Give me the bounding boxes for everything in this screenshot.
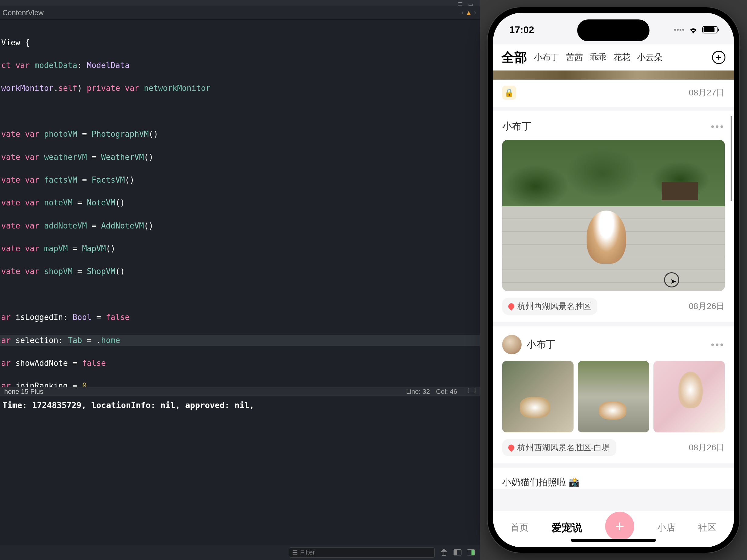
post-card-partial[interactable]: 🔒 08月27日 <box>493 71 734 107</box>
category-xiaobuding[interactable]: 小布丁 <box>534 52 559 63</box>
editor-tab-title[interactable]: ContentView <box>2 8 44 17</box>
location-text: 杭州西湖风景名胜区-白堤 <box>517 442 610 453</box>
nav-back-icon[interactable]: ‹ <box>461 9 464 17</box>
code-token: PhotographVM <box>92 129 149 138</box>
location-chip[interactable]: 杭州西湖风景名胜区-白堤 <box>502 439 616 456</box>
code-token: AddNoteVM <box>101 221 144 230</box>
code-token: ar <box>1 359 10 368</box>
add-post-button[interactable]: + <box>605 512 634 541</box>
sidebar-right-icon[interactable]: ▭ <box>468 1 475 5</box>
code-token: vate <box>1 198 20 207</box>
pet-name-text: 小布丁 <box>526 338 556 351</box>
code-token: var <box>25 175 39 184</box>
code-token: ct <box>1 61 10 70</box>
code-token: false <box>106 313 129 322</box>
code-token: joinRanking <box>16 381 68 387</box>
code-token: = <box>68 244 82 253</box>
console-filter[interactable]: ☰ <box>289 547 435 558</box>
code-token: factsVM <box>44 175 77 184</box>
code-token: = <box>73 267 87 276</box>
nav-forward-icon[interactable]: › <box>474 9 476 17</box>
console-output[interactable]: Time: 1724835729, locationInfo: nil, app… <box>0 396 480 545</box>
code-token: noteVM <box>44 198 73 207</box>
device-label: hone 15 Plus <box>4 388 43 396</box>
category-huahua[interactable]: 花花 <box>613 52 630 63</box>
code-token: isLoggedIn <box>16 313 63 322</box>
more-icon[interactable]: ••• <box>711 121 725 132</box>
right-panel-toggle-icon[interactable] <box>467 550 475 556</box>
warning-icon[interactable]: ▲ <box>465 9 472 17</box>
pin-icon <box>507 443 515 452</box>
post-card[interactable]: 小布丁 ••• 杭州西湖风景名胜区-白堤 08月2 <box>493 326 734 463</box>
scroll-indicator[interactable] <box>730 116 732 201</box>
editor-tab-bar: ContentView ‹ ▲ › <box>0 6 480 20</box>
code-token: ShopVM <box>87 267 115 276</box>
category-xiaoyunduo[interactable]: 小云朵 <box>637 52 663 63</box>
home-indicator[interactable] <box>571 539 656 542</box>
code-token: var <box>25 153 39 162</box>
category-guaiguai[interactable]: 乖乖 <box>590 52 607 63</box>
location-chip[interactable]: 杭州西湖风景名胜区 <box>502 298 597 315</box>
console-toolbar: ☰ 🗑 <box>0 545 480 560</box>
post-caption[interactable]: 小奶猫们拍照啦 📸 <box>493 468 734 489</box>
code-token: = <box>73 198 87 207</box>
code-token: = <box>77 129 92 138</box>
feed-scroll[interactable]: 🔒 08月27日 小布丁 ••• <box>493 71 734 511</box>
code-token: ar <box>1 336 10 345</box>
tab-community[interactable]: 社区 <box>698 521 716 534</box>
code-token: vate <box>1 175 20 184</box>
code-token: shopVM <box>44 267 73 276</box>
debug-console: Time: 1724835729, locationInfo: nil, app… <box>0 396 480 560</box>
category-qianqian[interactable]: 茜茜 <box>566 52 583 63</box>
post-date: 08月27日 <box>689 87 724 98</box>
code-token: networkMonitor <box>144 83 210 93</box>
phone-screen: 17:02 全部 小布丁 茜茜 乖乖 花花 小云朵 + <box>493 13 734 547</box>
code-token: showAddNote <box>16 359 68 368</box>
code-token: FactsVM <box>92 175 125 184</box>
source-editor[interactable]: View { ct var modelData: ModelData workM… <box>0 20 480 387</box>
code-token: = <box>77 175 92 184</box>
pet-name-with-avatar[interactable]: 小布丁 <box>502 335 556 354</box>
code-token: vate <box>1 221 20 230</box>
tab-pets[interactable]: 爱宠说 <box>551 521 582 535</box>
photo-thumbnail[interactable] <box>578 361 649 432</box>
post-date: 08月26日 <box>689 301 724 312</box>
code-token: MapVM <box>82 244 106 253</box>
code-token: () <box>144 221 153 230</box>
code-token: View { <box>1 38 30 47</box>
category-all[interactable]: 全部 <box>501 49 527 66</box>
code-token: Tab <box>68 336 82 345</box>
sidebar-left-icon[interactable]: ☰ <box>458 1 464 5</box>
code-token: var <box>25 267 39 276</box>
photo-thumbnail[interactable] <box>502 361 573 432</box>
tab-home[interactable]: 首页 <box>510 521 529 534</box>
filter-input[interactable] <box>300 549 431 556</box>
code-token: () <box>144 153 153 162</box>
pet-name-label[interactable]: 小布丁 <box>502 120 531 133</box>
cursor-line: Line: 32 <box>406 388 430 396</box>
add-category-button[interactable]: + <box>712 51 725 64</box>
code-token: vate <box>1 267 20 276</box>
code-token: ar <box>1 381 10 387</box>
tab-shop[interactable]: 小店 <box>657 521 675 534</box>
code-token: () <box>115 198 125 207</box>
trash-icon[interactable]: 🗑 <box>440 548 448 557</box>
left-panel-toggle-icon[interactable] <box>454 550 461 556</box>
more-icon[interactable]: ••• <box>711 339 725 350</box>
photo-thumbnail[interactable] <box>653 361 725 432</box>
post-date: 08月26日 <box>689 442 724 453</box>
xcode-editor: ☰ ▭ ContentView ‹ ▲ › View { ct var mode… <box>0 0 480 560</box>
lock-emoji: 🔒 <box>504 88 514 98</box>
code-token: var <box>125 83 139 93</box>
code-token: workMonitor <box>1 83 53 93</box>
code-token: = . <box>82 336 101 345</box>
post-main-photo[interactable]: ➤ <box>502 140 725 291</box>
code-token: WeatherVM <box>101 153 144 162</box>
code-token: var <box>25 198 39 207</box>
post-card[interactable]: 小布丁 ••• ➤ 杭州西湖风景名胜区 <box>493 111 734 322</box>
minimap-toggle-icon[interactable] <box>468 388 475 393</box>
post-photo-partial[interactable] <box>493 71 734 80</box>
code-token: () <box>115 267 125 276</box>
code-token: = <box>92 313 106 322</box>
pet-avatar[interactable] <box>502 335 522 354</box>
